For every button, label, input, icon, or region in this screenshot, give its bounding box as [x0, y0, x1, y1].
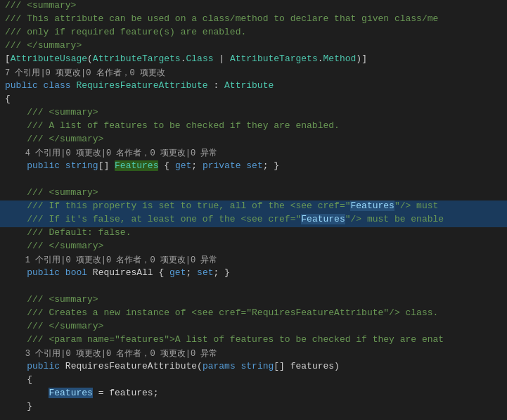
code-line: /// </summary> — [0, 241, 507, 254]
code-line: 1 个引用|0 项更改|0 名作者，0 项更改|0 异常 — [0, 254, 507, 267]
code-line: /// <param name="features">A list of fea… — [0, 334, 507, 348]
code-line: /// Default: false. — [0, 227, 507, 241]
line-text: [AttributeUsage(AttributeTargets.Class |… — [5, 53, 507, 64]
code-line: [AttributeUsage(AttributeTargets.Class |… — [0, 53, 507, 67]
line-text: /// Creates a new instance of <see cref=… — [5, 307, 507, 318]
code-line — [0, 174, 507, 187]
line-text: /// A list of features to be checked if … — [5, 120, 507, 131]
code-line: 7 个引用|0 项更改|0 名作者，0 项更改 — [0, 67, 507, 80]
code-line — [0, 281, 507, 294]
line-text: /// </summary> — [5, 321, 507, 331]
code-line: Features = features; — [0, 388, 507, 401]
code-line: /// Creates a new instance of <see cref=… — [0, 307, 507, 321]
code-line: 4 个引用|0 项更改|0 名作者，0 项更改|0 异常 — [0, 147, 507, 160]
line-text: /// </summary> — [5, 241, 507, 251]
code-line: /// </summary> — [0, 40, 507, 53]
line-text: /// If this property is set to true, all… — [5, 201, 507, 211]
code-line: } — [0, 401, 507, 414]
line-text: /// </summary> — [5, 40, 507, 51]
code-line: public RequiresFeatureAttribute(params s… — [0, 361, 507, 374]
code-line: /// If this property is set to true, all… — [0, 201, 507, 214]
code-line: /// If it's false, at least one of the <… — [0, 214, 507, 227]
line-text: /// If it's false, at least one of the <… — [5, 214, 507, 224]
line-text: public bool RequiresAll { get; set; } — [5, 267, 507, 278]
line-text: /// This attribute can be used on a clas… — [5, 13, 507, 24]
line-text: /// <summary> — [5, 107, 507, 117]
code-line: /// A list of features to be checked if … — [0, 120, 507, 134]
line-text: public RequiresFeatureAttribute(params s… — [5, 361, 507, 371]
line-text: Features = features; — [5, 388, 507, 398]
code-line: public class RequiresFeatureAttribute : … — [0, 80, 507, 94]
line-text: } — [5, 401, 507, 412]
code-line: { — [0, 374, 507, 388]
line-text: 7 个引用|0 项更改|0 名作者，0 项更改 — [5, 67, 507, 79]
line-text: /// <param name="features">A list of fea… — [5, 334, 507, 345]
line-text: 4 个引用|0 项更改|0 名作者，0 项更改|0 异常 — [5, 147, 507, 159]
code-line: /// <summary> — [0, 294, 507, 307]
line-text: /// </summary> — [5, 134, 507, 144]
line-text: /// <summary> — [5, 294, 507, 305]
code-line: /// </summary> — [0, 134, 507, 147]
line-text: public class RequiresFeatureAttribute : … — [5, 80, 507, 91]
code-line: /// <summary> — [0, 187, 507, 201]
code-line: /// </summary> — [0, 321, 507, 334]
code-line: public string[] Features { get; private … — [0, 160, 507, 174]
code-line: /// <summary> — [0, 0, 507, 13]
line-text: { — [5, 374, 507, 385]
code-line: public bool RequiresAll { get; set; } — [0, 267, 507, 281]
line-text: public string[] Features { get; private … — [5, 160, 507, 171]
code-line: /// <summary> — [0, 107, 507, 120]
line-text: 1 个引用|0 项更改|0 名作者，0 项更改|0 异常 — [5, 254, 507, 266]
code-line: /// This attribute can be used on a clas… — [0, 13, 507, 27]
line-text: /// only if required feature(s) are enab… — [5, 27, 507, 37]
line-text: 3 个引用|0 项更改|0 名作者，0 项更改|0 异常 — [5, 348, 507, 359]
line-text: /// <summary> — [5, 187, 507, 198]
line-text: { — [5, 94, 507, 104]
code-line: /// only if required feature(s) are enab… — [0, 27, 507, 40]
line-text: /// <summary> — [5, 0, 507, 11]
code-editor: /// <summary>/// This attribute can be u… — [0, 0, 507, 420]
code-line: 3 个引用|0 项更改|0 名作者，0 项更改|0 异常 — [0, 348, 507, 361]
code-line: { — [0, 94, 507, 107]
line-text: /// Default: false. — [5, 227, 507, 238]
